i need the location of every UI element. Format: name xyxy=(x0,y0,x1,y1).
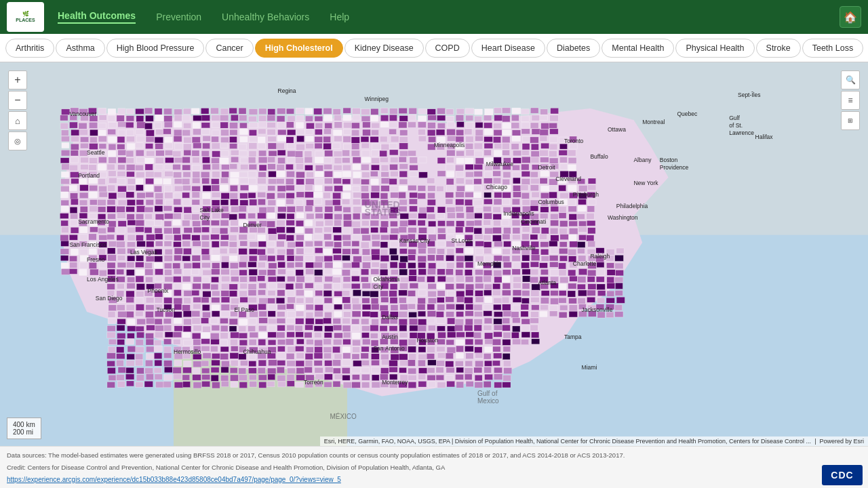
tab-high-cholesterol[interactable]: High Cholesterol xyxy=(255,39,343,58)
map-attribution: Esri, HERE, Garmin, FAO, NOAA, USGS, EPA… xyxy=(320,436,868,446)
nav-unhealthy-behaviors[interactable]: Unhealthy Behaviors xyxy=(222,12,309,22)
tab-stroke[interactable]: Stroke xyxy=(756,39,801,58)
url-link[interactable]: https://experience.arcgis.com/experience… xyxy=(7,476,861,483)
nav-health-outcomes[interactable]: Health Outcomes xyxy=(58,10,136,24)
cdc-label: CDC xyxy=(831,470,853,481)
tab-kidney-disease[interactable]: Kidney Disease xyxy=(344,39,424,58)
tab-high-blood-pressure[interactable]: High Blood Pressure xyxy=(106,39,205,58)
nav-help[interactable]: Help xyxy=(330,12,349,22)
credit-text: Credit: Centers for Disease Control and … xyxy=(7,464,861,471)
tab-arthritis[interactable]: Arthritis xyxy=(5,39,54,58)
grid-button[interactable]: ⊞ xyxy=(841,111,860,130)
nav-prevention[interactable]: Prevention xyxy=(156,12,201,22)
tab-teeth-loss[interactable]: Teeth Loss xyxy=(802,39,863,58)
zoom-out-button[interactable]: − xyxy=(8,91,27,110)
map-container[interactable]: + − ⌂ ◎ 🔍 ≡ ⊞ 400 km 200 mi Esri, HERE, … xyxy=(0,62,868,446)
category-tabbar: Arthritis Asthma High Blood Pressure Can… xyxy=(0,34,868,62)
home-extent-button[interactable]: ⌂ xyxy=(8,111,27,130)
scale-km: 400 km xyxy=(13,421,35,428)
cdc-logo: CDC xyxy=(822,465,863,485)
search-button[interactable]: 🔍 xyxy=(841,70,860,89)
home-button[interactable]: 🏠 xyxy=(840,6,861,28)
layer-button[interactable]: ≡ xyxy=(841,91,860,110)
scale-bar: 400 km 200 mi xyxy=(7,418,41,439)
compass-button[interactable]: ◎ xyxy=(8,131,27,150)
tab-heart-disease[interactable]: Heart Disease xyxy=(471,39,545,58)
map-controls-right: 🔍 ≡ ⊞ xyxy=(841,70,860,130)
logo-text: PLACES xyxy=(16,18,35,23)
home-icon: 🏠 xyxy=(844,11,857,24)
header: 🌿 PLACES Health Outcomes Prevention Unhe… xyxy=(0,0,868,34)
tab-copd[interactable]: COPD xyxy=(425,39,470,58)
tab-mental-health[interactable]: Mental Health xyxy=(601,39,674,58)
tab-diabetes[interactable]: Diabetes xyxy=(547,39,600,58)
choropleth-map[interactable] xyxy=(0,62,868,446)
main-nav: Health Outcomes Prevention Unhealthy Beh… xyxy=(58,10,826,24)
zoom-in-button[interactable]: + xyxy=(8,70,27,89)
map-controls-zoom: + − ⌂ ◎ xyxy=(8,70,27,150)
tab-cancer[interactable]: Cancer xyxy=(205,39,253,58)
footer-bar: Data sources: The model-based estimates … xyxy=(0,446,868,488)
data-source-text: Data sources: The model-based estimates … xyxy=(7,451,861,459)
tab-physical-health[interactable]: Physical Health xyxy=(675,39,754,58)
scale-mi: 200 mi xyxy=(13,428,35,436)
places-logo: 🌿 PLACES xyxy=(7,2,44,32)
tab-asthma[interactable]: Asthma xyxy=(56,39,104,58)
